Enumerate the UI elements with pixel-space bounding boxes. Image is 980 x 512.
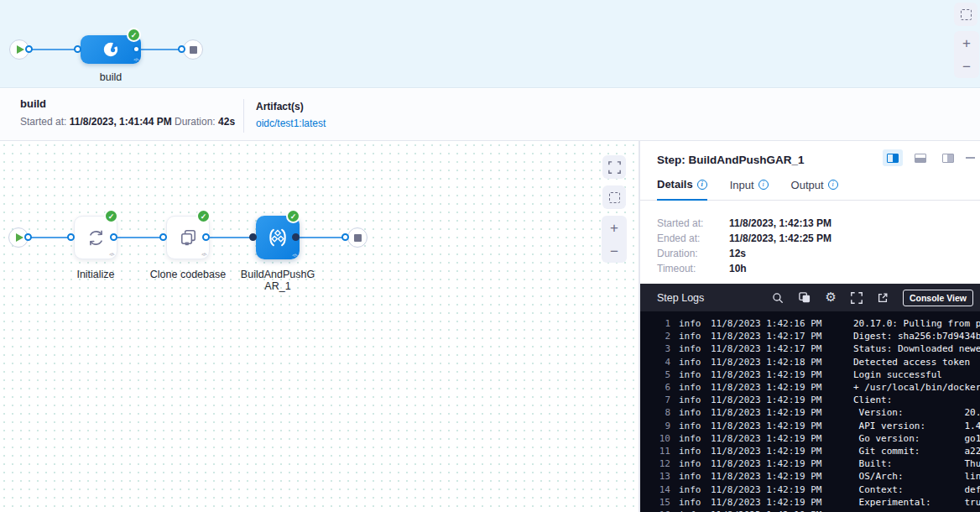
log-line-number: 2 bbox=[650, 330, 670, 342]
step-label: Initialize bbox=[54, 269, 138, 280]
execution-canvas[interactable]: </> ✓ Initialize </> ✓ Clone codebase </… bbox=[0, 141, 639, 512]
log-timestamp: 11/8/2023 1:42:18 PM bbox=[711, 356, 833, 368]
tab-details[interactable]: Details i bbox=[657, 178, 707, 201]
log-message: Detected access token bbox=[853, 356, 970, 368]
canvas-fullscreen-button[interactable] bbox=[602, 155, 626, 179]
log-settings-button[interactable]: ⚙ bbox=[825, 291, 836, 304]
port-dot bbox=[74, 45, 81, 53]
detail-value: 12s bbox=[729, 248, 746, 259]
detail-label: Started at: bbox=[657, 218, 729, 229]
log-line-number: 13 bbox=[650, 470, 670, 483]
log-timestamp: 11/8/2023 1:42:19 PM bbox=[711, 394, 833, 406]
log-timestamp: 11/8/2023 1:42:17 PM bbox=[711, 342, 833, 355]
detail-label: Ended at: bbox=[657, 233, 729, 244]
info-icon: i bbox=[828, 180, 838, 190]
ci-stage-icon bbox=[100, 39, 122, 60]
copy-logs-button[interactable] bbox=[798, 291, 811, 304]
log-level: info bbox=[679, 420, 707, 432]
log-level: info bbox=[679, 406, 707, 419]
step-logs-console[interactable]: 1 info 11/8/2023 1:42:16 PM 20.17.0: Pul… bbox=[640, 311, 980, 512]
port-dot bbox=[67, 233, 75, 241]
execution-end-node[interactable] bbox=[347, 227, 368, 248]
log-level: info bbox=[679, 368, 707, 381]
zoom-in-button[interactable]: + bbox=[954, 36, 979, 50]
stage-duration-label: Duration: bbox=[175, 116, 216, 128]
open-logs-external-button[interactable] bbox=[877, 292, 889, 304]
console-view-button[interactable]: Console View bbox=[903, 290, 973, 306]
pipeline-end-node[interactable] bbox=[183, 39, 203, 60]
success-badge: ✓ bbox=[286, 209, 300, 223]
log-line: 14 info 11/8/2023 1:42:19 PM Context: de… bbox=[650, 483, 980, 496]
log-timestamp: 11/8/2023 1:42:19 PM bbox=[711, 432, 833, 445]
stage-graph-band: </> ✓ build + − bbox=[0, 0, 980, 88]
log-line: 3 info 11/8/2023 1:42:17 PM Status: Down… bbox=[650, 342, 980, 355]
log-level: info bbox=[679, 317, 707, 330]
detail-value: 10h bbox=[729, 264, 747, 274]
log-fullscreen-button[interactable] bbox=[851, 292, 863, 304]
log-message: Client: bbox=[853, 394, 892, 406]
canvas-zoom-in-button[interactable]: + bbox=[602, 221, 627, 235]
panel-layout-controls bbox=[883, 149, 975, 166]
detail-row: Started at: 11/8/2023, 1:42:13 PM bbox=[657, 218, 831, 229]
log-timestamp: 11/8/2023 1:42:17 PM bbox=[711, 330, 833, 342]
minimize-panel-button[interactable] bbox=[966, 157, 975, 159]
log-line: 6 info 11/8/2023 1:42:19 PM + /usr/local… bbox=[650, 381, 980, 394]
log-timestamp: 11/8/2023 1:42:19 PM bbox=[711, 470, 833, 483]
search-logs-button[interactable] bbox=[772, 292, 784, 304]
stop-icon bbox=[190, 46, 197, 54]
port-dot bbox=[24, 233, 32, 241]
step-label: Clone codebase bbox=[138, 269, 238, 280]
log-level: info bbox=[679, 330, 707, 342]
log-level: info bbox=[679, 432, 707, 445]
port-dot bbox=[249, 233, 257, 241]
log-message: Go version: go1.16.15 bbox=[853, 432, 980, 445]
stage-duration-value: 42s bbox=[218, 116, 235, 128]
log-line-number: 5 bbox=[650, 368, 670, 381]
detail-row: Ended at: 11/8/2023, 1:42:25 PM bbox=[657, 233, 831, 244]
expand-icon bbox=[608, 161, 621, 174]
log-line: 13 info 11/8/2023 1:42:19 PM OS/Arch: li… bbox=[650, 470, 980, 483]
layout-side-view-button[interactable] bbox=[938, 149, 958, 166]
layout-split-side-icon bbox=[942, 154, 954, 163]
log-line: 10 info 11/8/2023 1:42:19 PM Go version:… bbox=[650, 432, 980, 445]
log-line-number: 10 bbox=[650, 432, 670, 445]
log-timestamp: 11/8/2023 1:42:19 PM bbox=[711, 406, 833, 419]
log-level: info bbox=[679, 470, 707, 483]
log-message: Version: 20.10.14 bbox=[853, 406, 980, 419]
step-panel-title: Step: BuildAndPushGAR_1 bbox=[657, 154, 805, 166]
marquee-select-button[interactable] bbox=[954, 3, 977, 26]
log-line: 2 info 11/8/2023 1:42:17 PM Digest: sha2… bbox=[650, 330, 980, 342]
log-line-number: 9 bbox=[650, 420, 670, 432]
layout-split-bottom-icon bbox=[915, 154, 926, 163]
fullscreen-icon bbox=[851, 292, 863, 304]
layout-bottom-view-button[interactable] bbox=[910, 149, 930, 166]
log-message: Experimental: true bbox=[853, 496, 980, 509]
stage-started: Started at: 11/8/2023, 1:41:44 PM bbox=[20, 116, 172, 128]
step-detail-panel: Step: BuildAndPushGAR_1 Details i Input … bbox=[639, 141, 980, 512]
canvas-zoom-out-button[interactable]: − bbox=[602, 244, 627, 259]
log-timestamp: 11/8/2023 1:42:19 PM bbox=[711, 420, 833, 432]
log-timestamp: 11/8/2023 1:42:16 PM bbox=[711, 317, 833, 330]
log-message: OS/Arch: linux/amd64 bbox=[853, 470, 980, 483]
zoom-controls: + − bbox=[954, 31, 979, 78]
log-timestamp: 11/8/2023 1:42:19 PM bbox=[711, 483, 833, 496]
log-line: 8 info 11/8/2023 1:42:19 PM Version: 20.… bbox=[650, 406, 980, 419]
artifact-link[interactable]: oidc/test1:latest bbox=[256, 118, 326, 129]
tab-input[interactable]: Input i bbox=[730, 178, 769, 200]
detail-value: 11/8/2023, 1:42:25 PM bbox=[729, 233, 831, 244]
log-level: info bbox=[679, 509, 707, 512]
step-logs-title: Step Logs bbox=[657, 292, 772, 304]
port-dot bbox=[202, 233, 210, 241]
log-message: API version: 1.41 bbox=[853, 420, 980, 432]
log-line-number: 15 bbox=[650, 496, 670, 509]
log-line: 7 info 11/8/2023 1:42:19 PM Client: bbox=[650, 394, 980, 406]
tab-output[interactable]: Output i bbox=[791, 178, 838, 200]
stage-info-title: build bbox=[20, 97, 46, 110]
log-level: info bbox=[679, 445, 707, 457]
log-line: 15 info 11/8/2023 1:42:19 PM Experimenta… bbox=[650, 496, 980, 509]
zoom-out-button[interactable]: − bbox=[954, 60, 979, 74]
layout-right-view-button[interactable] bbox=[883, 149, 903, 166]
log-timestamp: 11/8/2023 1:42:19 PM bbox=[711, 445, 833, 457]
canvas-marquee-button[interactable] bbox=[602, 185, 626, 209]
port-dot bbox=[25, 45, 33, 53]
